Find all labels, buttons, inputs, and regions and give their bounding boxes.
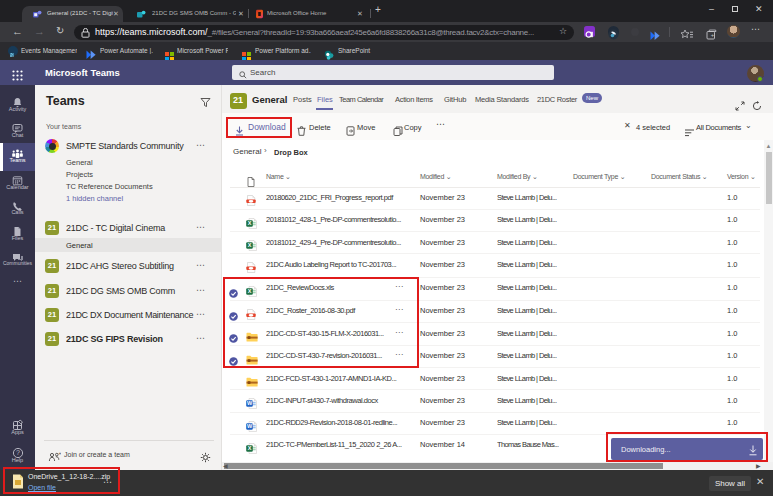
svg-text:+: + — [711, 32, 715, 38]
svg-text:X: X — [248, 220, 252, 226]
svg-text:X: X — [248, 445, 252, 451]
svg-text:W: W — [247, 423, 253, 429]
svg-text:W: W — [247, 400, 253, 406]
svg-text:X: X — [248, 242, 252, 248]
svg-text:?: ? — [16, 449, 20, 456]
svg-text:+: + — [59, 451, 62, 456]
